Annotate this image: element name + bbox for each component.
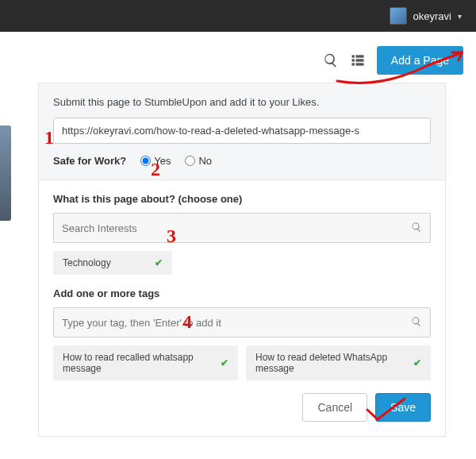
submit-instruction: Submit this page to StumbleUpon and add … <box>53 96 431 108</box>
tag-chip[interactable]: How to read recalled whatsapp message ✔ <box>53 345 238 380</box>
sfw-row: Safe for Work? Yes No <box>53 155 431 167</box>
save-button[interactable]: Save <box>375 393 431 422</box>
username: okeyravi <box>413 10 451 22</box>
svg-rect-3 <box>355 59 363 61</box>
sfw-yes-option[interactable]: Yes <box>140 155 171 167</box>
user-menu[interactable]: okeyravi ▾ <box>383 4 468 28</box>
topbar: okeyravi ▾ <box>0 0 476 32</box>
interest-search-input[interactable] <box>62 222 411 234</box>
chevron-down-icon: ▾ <box>458 12 462 21</box>
tag-chip-label: How to read deleted WhatsApp message <box>255 352 405 374</box>
tag-chip[interactable]: How to read deleted WhatsApp message ✔ <box>246 345 431 380</box>
interest-chip-label: Technology <box>63 257 111 268</box>
interest-chips: Technology ✔ <box>53 251 431 275</box>
tags-label: Add one or more tags <box>53 287 431 299</box>
about-label: What is this page about? (choose one) <box>53 193 431 205</box>
avatar <box>390 7 407 25</box>
tag-chip-label: How to read recalled whatsapp message <box>63 352 213 374</box>
tag-chips: How to read recalled whatsapp message ✔ … <box>53 345 431 380</box>
sfw-yes-label: Yes <box>154 155 171 167</box>
svg-rect-4 <box>351 63 354 65</box>
svg-rect-5 <box>355 63 363 65</box>
cancel-button[interactable]: Cancel <box>302 393 367 422</box>
sfw-no-radio[interactable] <box>185 156 195 166</box>
card-body: What is this page about? (choose one) Te… <box>39 180 445 436</box>
search-icon <box>411 222 422 235</box>
check-icon: ✔ <box>155 257 163 268</box>
submit-card: Submit this page to StumbleUpon and add … <box>38 83 446 437</box>
svg-rect-2 <box>351 59 354 61</box>
sfw-label: Safe for Work? <box>53 155 126 167</box>
check-icon: ✔ <box>413 357 421 368</box>
svg-rect-0 <box>351 55 354 57</box>
svg-rect-1 <box>355 55 363 57</box>
tags-search-box[interactable] <box>53 307 431 338</box>
interest-chip[interactable]: Technology ✔ <box>53 251 172 275</box>
sfw-no-option[interactable]: No <box>185 155 212 167</box>
sfw-no-label: No <box>198 155 212 167</box>
list-view-icon[interactable] <box>350 52 366 68</box>
button-row: Cancel Save <box>53 393 431 422</box>
tags-input[interactable] <box>62 317 411 329</box>
toolbar: Add a Page <box>0 32 476 83</box>
sidebar-thumbnail <box>0 125 11 221</box>
card-top: Submit this page to StumbleUpon and add … <box>39 83 445 180</box>
sfw-yes-radio[interactable] <box>140 156 151 166</box>
search-icon[interactable] <box>323 52 339 68</box>
interest-search-box[interactable] <box>53 213 431 243</box>
search-icon <box>411 316 422 330</box>
add-page-button[interactable]: Add a Page <box>377 46 463 75</box>
url-input[interactable] <box>53 118 431 144</box>
check-icon: ✔ <box>221 357 228 368</box>
